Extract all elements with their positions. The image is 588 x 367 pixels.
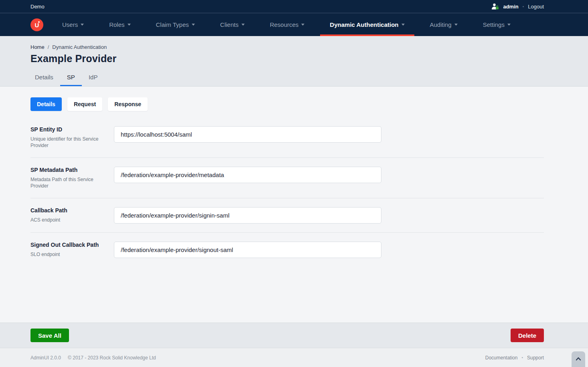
user-lock-icon	[491, 3, 499, 10]
footer: AdminUI 2.0.0 © 2017 - 2023 Rock Solid K…	[0, 348, 588, 367]
action-bar: Save All Delete	[0, 323, 588, 348]
app-version: AdminUI 2.0.0	[30, 355, 61, 361]
main-navbar: U Users Roles Claim Types Clients Resour…	[0, 13, 588, 36]
separator-dot: •	[523, 4, 524, 9]
subtab-details[interactable]: Details	[30, 97, 62, 111]
field-input-sp-metadata-path[interactable]	[114, 167, 381, 183]
app-name: Demo	[30, 4, 45, 10]
topbar: Demo admin • Logout	[0, 0, 588, 13]
form-row: Callback Path ACS endpoint	[30, 198, 544, 233]
logo-dot	[38, 21, 40, 23]
tab-sp[interactable]: SP	[60, 70, 82, 86]
nav-item-resources[interactable]: Resources	[260, 13, 314, 36]
nav-item-users[interactable]: Users	[53, 13, 93, 36]
field-description: Metadata Path of this Service Provider	[30, 176, 104, 189]
footer-link-documentation[interactable]: Documentation	[485, 355, 518, 361]
breadcrumb-home[interactable]: Home	[30, 44, 45, 50]
tab-idp[interactable]: IdP	[82, 70, 105, 86]
form-row: Signed Out Callback Path SLO endpoint	[30, 233, 544, 267]
nav-item-auditing[interactable]: Auditing	[420, 13, 467, 36]
nav-item-claim-types[interactable]: Claim Types	[146, 13, 205, 36]
field-description: Unique identifier for this Service Provi…	[30, 136, 104, 149]
form-row: SP Metadata Path Metadata Path of this S…	[30, 158, 544, 198]
scroll-to-top-button[interactable]	[572, 351, 585, 367]
field-input-signed-out-callback-path[interactable]	[114, 242, 381, 258]
chevron-down-icon	[81, 24, 84, 26]
chevron-down-icon	[128, 24, 131, 26]
chevron-down-icon	[507, 24, 511, 26]
footer-link-support[interactable]: Support	[527, 355, 544, 361]
field-description: SLO endpoint	[30, 251, 104, 258]
field-input-sp-entity-id[interactable]	[114, 126, 381, 143]
page-header: Home/Dynamic Authentication Example Prov…	[0, 36, 588, 87]
breadcrumb-separator: /	[48, 44, 49, 50]
chevron-down-icon	[301, 24, 304, 26]
delete-button[interactable]: Delete	[511, 329, 544, 342]
page-title: Example Provider	[30, 53, 544, 65]
chevron-down-icon	[241, 24, 245, 26]
save-all-button[interactable]: Save All	[30, 329, 69, 342]
user-area: admin • Logout	[491, 3, 544, 10]
subtab-request[interactable]: Request	[67, 97, 102, 111]
tab-bar: DetailsSPIdP	[28, 70, 544, 86]
field-description: ACS endpoint	[30, 217, 104, 223]
breadcrumb: Home/Dynamic Authentication	[30, 44, 544, 50]
form-row: SP Entity ID Unique identifier for this …	[30, 117, 544, 158]
field-label-sp-entity-id: SP Entity ID	[30, 126, 104, 133]
separator-dot: •	[521, 355, 523, 360]
subtab-response[interactable]: Response	[108, 97, 148, 111]
adminui-logo[interactable]: U	[30, 18, 43, 31]
copyright: © 2017 - 2023 Rock Solid Knowledge Ltd	[68, 355, 156, 361]
logout-link[interactable]: Logout	[528, 4, 544, 10]
field-label-signed-out-callback-path: Signed Out Callback Path	[30, 242, 104, 248]
subtab-bar: DetailsRequestResponse	[30, 97, 544, 111]
field-label-sp-metadata-path: SP Metadata Path	[30, 167, 104, 173]
footer-links: Documentation•Support	[485, 355, 544, 361]
field-input-callback-path[interactable]	[114, 207, 381, 224]
nav-item-clients[interactable]: Clients	[211, 13, 254, 36]
breadcrumb-dynamic-authentication: Dynamic Authentication	[52, 44, 107, 50]
chevron-down-icon	[454, 24, 458, 26]
chevron-down-icon	[192, 24, 195, 26]
nav-item-dynamic-authentication[interactable]: Dynamic Authentication	[320, 13, 414, 36]
nav-item-settings[interactable]: Settings	[473, 13, 520, 36]
field-label-callback-path: Callback Path	[30, 207, 104, 214]
main-content: DetailsRequestResponse SP Entity ID Uniq…	[0, 87, 588, 323]
nav-items: Users Roles Claim Types Clients Resource…	[53, 13, 520, 36]
tab-details[interactable]: Details	[28, 70, 60, 86]
chevron-down-icon	[401, 24, 405, 26]
username: admin	[503, 4, 518, 10]
logo-letter: U	[35, 22, 39, 28]
sp-details-form: SP Entity ID Unique identifier for this …	[30, 117, 544, 267]
nav-item-roles[interactable]: Roles	[99, 13, 140, 36]
chevron-up-icon	[576, 356, 581, 367]
